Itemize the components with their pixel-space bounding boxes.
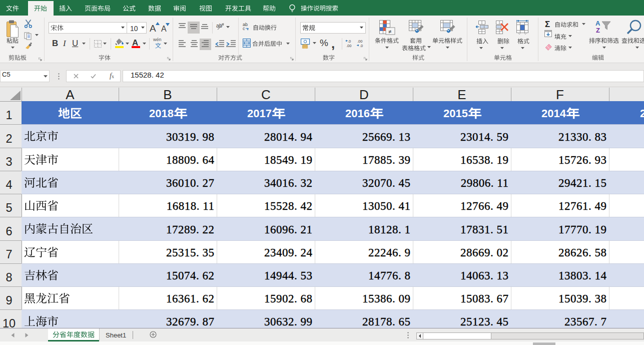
svg-text:≠: ≠ bbox=[388, 29, 391, 35]
svg-text:.00: .00 bbox=[357, 39, 362, 44]
svg-text:.00: .00 bbox=[346, 44, 351, 48]
svg-text:.0: .0 bbox=[360, 44, 363, 48]
svg-text:Z: Z bbox=[596, 27, 600, 34]
svg-text:.0: .0 bbox=[348, 39, 351, 44]
svg-text:A: A bbox=[595, 20, 600, 27]
svg-text:c: c bbox=[243, 26, 245, 31]
